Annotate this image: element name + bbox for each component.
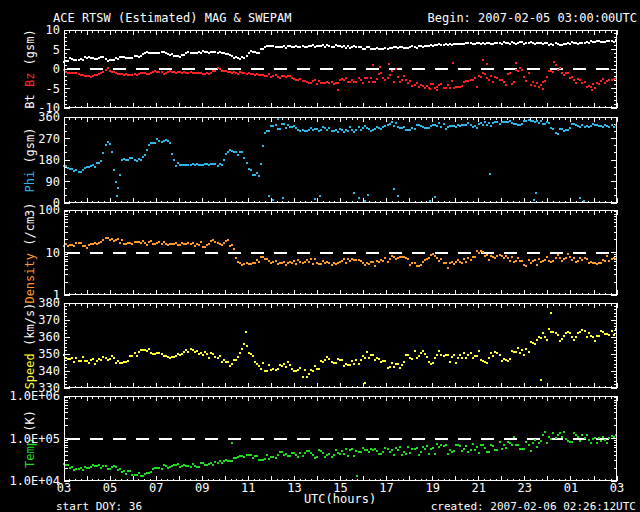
- plot-area-density: [64, 210, 617, 295]
- y-tick-label: -5: [46, 82, 60, 96]
- tick-marks: [64, 303, 617, 388]
- y-tick-label: 360: [38, 110, 60, 124]
- plot-area-bt-bz: [64, 30, 617, 108]
- y-axis-title-part: Bt: [23, 87, 37, 109]
- y-tick-label: 350: [38, 347, 60, 361]
- x-tick-label: 19: [425, 481, 439, 495]
- y-tick-label: 1.0E+06: [9, 389, 60, 403]
- trace-bt: [63, 39, 617, 63]
- y-axis-title-part: (km/s): [23, 302, 37, 353]
- panel-density: Density (/cm3)100101: [0, 210, 640, 295]
- panel-temp: Temp (K)1.0E+061.0E+051.0E+04: [0, 396, 640, 481]
- panel-frame: [65, 304, 617, 388]
- x-axis-title: UTC(hours): [304, 492, 376, 506]
- plot-area-phi: [64, 117, 617, 203]
- y-axis-title-part: (gsm): [23, 29, 37, 72]
- start-doy-label: start DOY: 36: [56, 500, 142, 512]
- trace-phi: [63, 119, 617, 189]
- panel-speed: Speed (km/s)380370360350340330: [0, 303, 640, 388]
- scatter-outliers: [337, 59, 593, 91]
- x-tick-label: 13: [287, 481, 301, 495]
- x-tick-label: 23: [518, 481, 532, 495]
- panel-frame: [65, 118, 617, 203]
- y-tick-label: 180: [38, 153, 60, 167]
- y-tick-label: 270: [38, 132, 60, 146]
- scatter-outliers: [245, 312, 552, 384]
- x-tick-label: 05: [103, 481, 117, 495]
- scatter-outliers: [116, 118, 585, 202]
- y-tick-label: 340: [38, 364, 60, 378]
- panel-phi: Phi (gsm)360270180900: [0, 117, 640, 203]
- y-axis-title-density: Density (/cm3): [23, 202, 37, 303]
- created-timestamp: created: 2007-02-06 02:26:12UTC: [431, 500, 636, 512]
- y-axis-title-part: Phi: [23, 171, 37, 193]
- x-tick-label: 03: [610, 481, 624, 495]
- y-tick-label: 10: [46, 23, 60, 37]
- ace-rtsw-plot-screen: ACE RTSW (Estimated) MAG & SWEPAM Begin:…: [0, 0, 640, 512]
- y-tick-label: 360: [38, 330, 60, 344]
- y-axis-title-part: Speed: [23, 353, 37, 389]
- y-tick-label: 5: [53, 43, 60, 57]
- scatter-outliers: [231, 442, 357, 478]
- x-tick-label: 17: [379, 481, 393, 495]
- begin-timestamp: Begin: 2007-02-05 03:00:00UTC: [427, 11, 637, 25]
- plot-area-temp: [64, 396, 617, 481]
- y-tick-label: 1.0E+05: [9, 432, 60, 446]
- plot-title: ACE RTSW (Estimated) MAG & SWEPAM: [53, 11, 291, 25]
- x-tick-label: 09: [195, 481, 209, 495]
- y-tick-label: 380: [38, 296, 60, 310]
- y-tick-label: 100: [38, 203, 60, 217]
- y-tick-label: 370: [38, 313, 60, 327]
- y-axis-title-bt-bz: Bt Bz (gsm): [23, 29, 37, 109]
- y-tick-label: 0: [53, 62, 60, 76]
- y-axis-title-part: (/cm3): [23, 202, 37, 253]
- y-axis-title-phi: Phi (gsm): [23, 127, 37, 192]
- trace-speed: [63, 328, 617, 378]
- panel-bt-bz: Bt Bz (gsm)1050-5-10: [0, 30, 640, 108]
- x-tick-label: 01: [564, 481, 578, 495]
- x-tick-label: 11: [241, 481, 255, 495]
- x-tick-label: 21: [472, 481, 486, 495]
- y-axis-title-part: Density: [23, 253, 37, 304]
- x-tick-label: 03: [57, 481, 71, 495]
- y-tick-label: 10: [46, 246, 60, 260]
- y-axis-title-part: (gsm): [23, 127, 37, 170]
- x-tick-label: 07: [149, 481, 163, 495]
- tick-marks: [64, 117, 617, 203]
- plot-header: ACE RTSW (Estimated) MAG & SWEPAM Begin:…: [53, 11, 637, 25]
- y-axis-title-speed: Speed (km/s): [23, 302, 37, 389]
- plot-area-speed: [64, 303, 617, 388]
- y-axis-title-part: Bz: [23, 73, 37, 87]
- trace-bz: [63, 64, 617, 89]
- y-tick-label: 90: [46, 175, 60, 189]
